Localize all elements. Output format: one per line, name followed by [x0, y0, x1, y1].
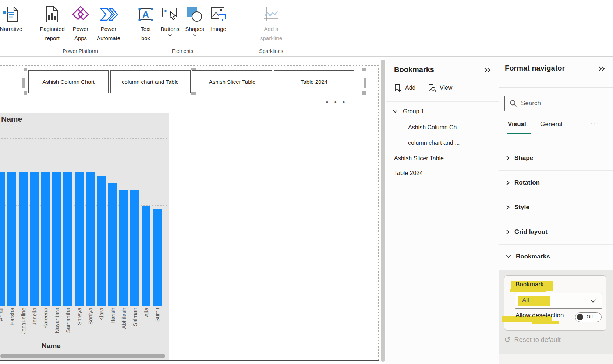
view-bookmarks-button[interactable]: View — [427, 83, 452, 93]
powerbi-window: Narrative Paginated report — [0, 0, 613, 364]
add-bookmark-button[interactable]: Add — [393, 83, 415, 93]
buttons-icon — [161, 4, 179, 24]
bar[interactable] — [0, 172, 5, 306]
bookmark-group-row[interactable]: Group 1 — [393, 108, 424, 115]
gridline — [0, 306, 169, 306]
bar[interactable] — [41, 172, 50, 306]
ribbon-item-paginated-report[interactable]: Paginated report — [36, 4, 68, 43]
ribbon-item-label: Image — [211, 24, 226, 33]
collapse-panel-button[interactable] — [483, 66, 491, 76]
column-chart-visual[interactable]: Name AnjaliHarshaJacquelineJeneliaKareen… — [0, 113, 169, 360]
paginated-report-icon — [43, 4, 61, 24]
chevron-right-icon — [506, 229, 510, 235]
selection-handle[interactable] — [364, 78, 366, 88]
section-rotation[interactable]: Rotation — [499, 170, 613, 195]
selection-handle[interactable] — [362, 91, 366, 95]
ribbon-item-text-box[interactable]: A Text box — [136, 4, 155, 43]
reset-icon: ↺ — [504, 336, 511, 344]
bar[interactable] — [63, 172, 72, 306]
section-shape[interactable]: Shape — [499, 146, 613, 171]
ribbon-item-label: Power Apps — [70, 24, 92, 43]
chevron-down-icon — [506, 254, 511, 259]
selection-handle[interactable] — [191, 92, 196, 95]
ribbon-item-shapes[interactable]: Shapes — [183, 4, 207, 37]
x-axis-label: Sumit — [154, 308, 160, 322]
tab-general[interactable]: General — [540, 121, 562, 128]
bookmark-item[interactable]: Ashish Column Ch... — [408, 124, 462, 131]
tab-visual[interactable]: Visual — [508, 121, 526, 128]
bar[interactable] — [75, 172, 84, 306]
section-grid-layout[interactable]: Grid layout — [499, 220, 613, 245]
chevron-down-icon — [589, 299, 597, 304]
selection-handle[interactable] — [362, 68, 366, 71]
ribbon-item-narrative[interactable]: Narrative — [0, 4, 26, 33]
section-style[interactable]: Style — [499, 195, 613, 220]
ribbon-item-label: Power Automate — [92, 24, 125, 43]
ribbon: Narrative Paginated report — [0, 0, 613, 56]
tab-more-button[interactable]: ··· — [590, 119, 600, 128]
x-axis-label: Samantha — [65, 308, 71, 333]
bar[interactable] — [19, 172, 28, 306]
ribbon-item-power-automate[interactable]: Power Automate — [91, 4, 126, 43]
x-axis-label: Anjali — [0, 308, 4, 321]
section-bookmarks[interactable]: Bookmarks — [499, 244, 613, 269]
panel-right-strip — [611, 57, 611, 364]
toggle-knob — [577, 314, 583, 320]
double-chevron-right-icon — [598, 65, 606, 73]
add-bookmark-label: Add — [405, 85, 415, 91]
x-axis-label: Kareena — [42, 308, 49, 329]
reset-to-default-button[interactable]: ↺ Reset to default — [504, 336, 561, 344]
x-axis-label: Harsha — [9, 308, 15, 325]
collapse-panel-button[interactable] — [598, 65, 606, 74]
x-axis-label: Alia — [143, 308, 149, 317]
bookmark-group-label: Group 1 — [403, 108, 424, 115]
divider — [386, 101, 499, 102]
allow-deselection-toggle[interactable]: Off — [575, 312, 602, 322]
bar[interactable] — [30, 172, 39, 306]
ribbon-item-image[interactable]: Image — [207, 4, 230, 33]
nav-button[interactable]: Ashish Slicer Table — [192, 70, 272, 93]
bar[interactable] — [52, 172, 61, 306]
ribbon-item-label: Shapes — [185, 24, 204, 33]
page-bottom-edge — [0, 360, 379, 361]
x-axis-label: Shreya — [76, 308, 82, 325]
ribbon-item-label: Add a sparkline — [256, 24, 286, 43]
bar[interactable] — [130, 190, 139, 306]
bar[interactable] — [153, 209, 162, 306]
bookmark-item[interactable]: column chart and ... — [408, 140, 460, 146]
search-box[interactable]: Search — [504, 96, 605, 111]
allow-deselection-label: Allow deselection — [515, 312, 564, 319]
yellow-highlight — [532, 321, 559, 324]
bar[interactable] — [108, 183, 117, 306]
selection-handle[interactable] — [191, 68, 196, 70]
bookmark-field-label: Bookmark — [515, 281, 544, 288]
x-axis-label: Kiara — [98, 308, 104, 321]
ribbon-separator — [249, 4, 249, 54]
ribbon-item-power-apps[interactable]: Power Apps — [67, 4, 94, 43]
chart-horizontal-scrollbar[interactable] — [0, 354, 165, 358]
reset-to-default-label: Reset to default — [514, 336, 561, 344]
bar[interactable] — [7, 172, 16, 306]
bookmark-item[interactable]: Table 2024 — [394, 170, 423, 176]
ribbon-item-buttons[interactable]: Buttons — [157, 4, 183, 37]
bar[interactable] — [142, 206, 150, 306]
ribbon-item-add-sparkline[interactable]: Add a sparkline — [256, 4, 286, 43]
bar[interactable] — [119, 190, 128, 306]
bookmark-item[interactable]: Ashish Slicer Table — [394, 155, 444, 162]
selection-handle[interactable] — [24, 91, 27, 95]
chevron-right-icon — [506, 204, 510, 210]
nav-button[interactable]: column chart and Table — [110, 70, 191, 93]
bar[interactable] — [86, 172, 95, 306]
selection-handle[interactable] — [24, 68, 27, 71]
power-apps-icon — [71, 4, 90, 24]
nav-button[interactable]: Table 2024 — [274, 70, 354, 93]
panel-footer-area — [499, 354, 613, 364]
chevron-down-icon[interactable] — [168, 34, 172, 37]
selection-handle[interactable] — [22, 78, 25, 88]
bar[interactable] — [97, 176, 106, 306]
more-options-button[interactable]: • • • — [326, 99, 347, 106]
nav-button[interactable]: Ashish Column Chart — [28, 70, 109, 93]
canvas-vertical-scrollbar[interactable] — [381, 60, 385, 362]
chevron-down-icon[interactable] — [192, 34, 197, 37]
bookmark-dropdown[interactable]: All — [515, 293, 602, 309]
